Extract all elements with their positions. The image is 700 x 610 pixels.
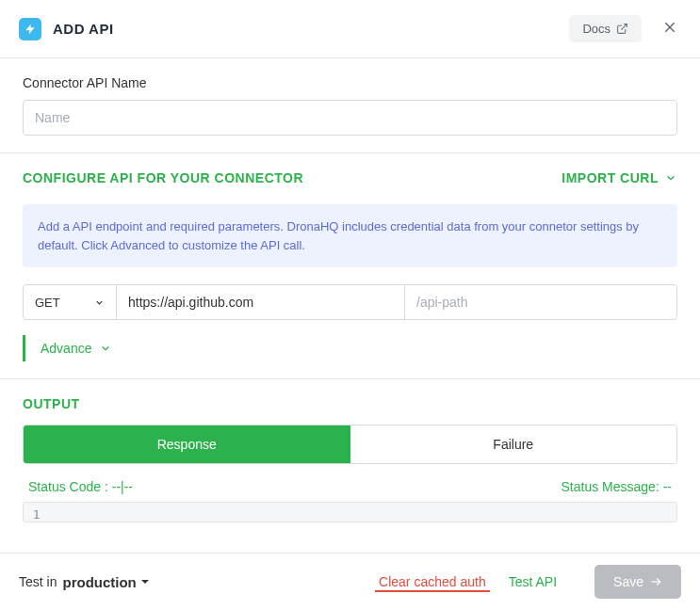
import-curl-button[interactable]: IMPORT CURL xyxy=(562,170,677,185)
save-button[interactable]: Save xyxy=(594,565,681,599)
clear-cached-auth-button[interactable]: Clear cached auth xyxy=(379,574,486,589)
tab-failure[interactable]: Failure xyxy=(350,425,677,463)
advance-label: Advance xyxy=(41,341,91,356)
app-icon xyxy=(19,18,41,40)
chevron-down-icon xyxy=(94,297,105,308)
status-code: Status Code : --|-- xyxy=(28,479,133,494)
test-api-button[interactable]: Test API xyxy=(509,574,557,589)
chevron-down-icon xyxy=(664,171,677,185)
configure-header: CONFIGURE API FOR YOUR CONNECTOR IMPORT … xyxy=(23,170,677,185)
connector-name-input[interactable] xyxy=(23,100,677,136)
tab-response[interactable]: Response xyxy=(24,425,350,463)
close-icon xyxy=(662,20,677,35)
status-code-value: --|-- xyxy=(112,479,133,494)
base-url-display: https://api.github.com xyxy=(117,284,404,320)
output-tabs: Response Failure xyxy=(23,425,677,464)
arrow-right-icon xyxy=(649,575,662,588)
response-body: 1 xyxy=(23,502,677,522)
clear-cache-label: Clear cached auth xyxy=(379,574,486,589)
test-in: Test in production xyxy=(19,574,150,590)
svg-line-0 xyxy=(621,24,627,30)
docs-label: Docs xyxy=(582,22,610,36)
status-code-label: Status Code : xyxy=(28,479,112,494)
connector-name-label: Connector API Name xyxy=(23,75,677,90)
api-row: GET https://api.github.com xyxy=(23,284,677,320)
status-message-label: Status Message: xyxy=(562,479,663,494)
chevron-down-icon xyxy=(99,342,112,355)
connector-section: Connector API Name xyxy=(0,58,700,153)
http-method-value: GET xyxy=(35,296,60,310)
output-title: OUTPUT xyxy=(23,396,677,411)
api-path-input[interactable] xyxy=(404,284,677,320)
modal-title: ADD API xyxy=(53,21,569,37)
external-link-icon xyxy=(616,23,628,35)
docs-button[interactable]: Docs xyxy=(569,15,642,42)
output-section: OUTPUT Response Failure Status Code : --… xyxy=(0,379,700,579)
status-row: Status Code : --|-- Status Message: -- xyxy=(23,479,677,494)
http-method-select[interactable]: GET xyxy=(23,284,117,320)
environment-select[interactable]: production xyxy=(62,574,149,590)
test-in-label: Test in xyxy=(19,574,57,589)
advance-button[interactable]: Advance xyxy=(41,341,677,356)
footer: Test in production Clear cached auth Tes… xyxy=(0,553,700,610)
clear-cache-underline xyxy=(375,590,490,592)
status-message: Status Message: -- xyxy=(562,479,673,494)
close-button[interactable] xyxy=(659,16,681,42)
info-banner: Add a API endpoint and required paramete… xyxy=(23,204,677,267)
import-curl-label: IMPORT CURL xyxy=(562,170,659,185)
caret-down-icon xyxy=(140,577,150,586)
environment-value: production xyxy=(62,574,136,590)
modal-header: ADD API Docs xyxy=(0,0,700,58)
status-message-value: -- xyxy=(663,479,672,494)
configure-section: CONFIGURE API FOR YOUR CONNECTOR IMPORT … xyxy=(0,153,700,379)
advance-row: Advance xyxy=(23,335,677,361)
configure-title: CONFIGURE API FOR YOUR CONNECTOR xyxy=(23,170,303,185)
save-label: Save xyxy=(613,574,643,589)
